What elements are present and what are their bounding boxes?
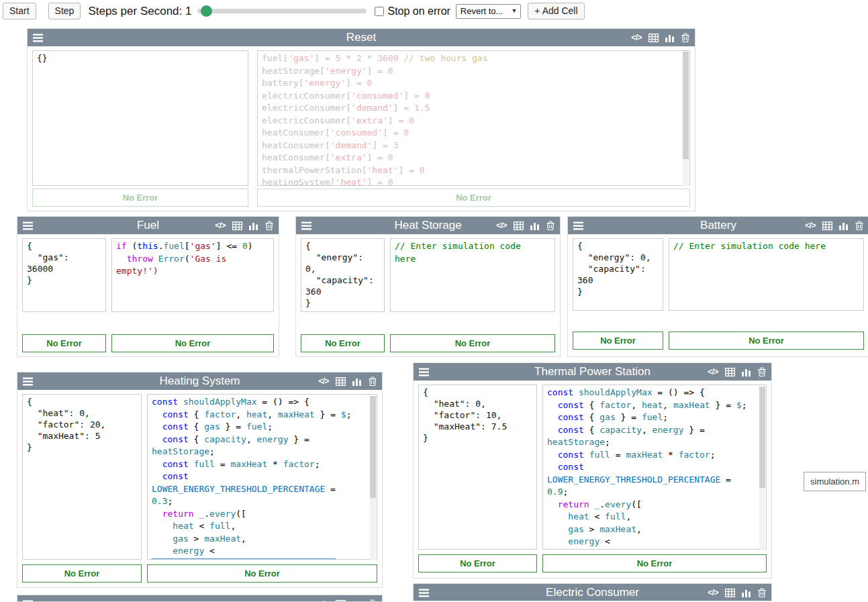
state-status: No Error: [22, 564, 142, 583]
slider-knob[interactable]: [201, 5, 212, 17]
code-view-icon[interactable]: </>: [496, 221, 507, 230]
stop-on-error-checkbox[interactable]: [375, 7, 384, 16]
state-editor[interactable]: {}: [32, 50, 248, 186]
trash-icon[interactable]: [758, 588, 766, 597]
cell-battery: Battery </> { "energy": 0, "capacity": 3…: [567, 216, 868, 357]
step-button[interactable]: Step: [48, 3, 81, 19]
code-editor[interactable]: fuel['gas'] = 5 * 2 * 3600 // two hours …: [257, 50, 690, 186]
revert-select-value: Revert to...: [461, 6, 503, 16]
code-view-icon[interactable]: </>: [708, 588, 718, 597]
stop-on-error-option[interactable]: Stop on error: [375, 5, 450, 17]
menu-icon[interactable]: [23, 600, 33, 602]
steps-per-second-value: 1: [185, 5, 191, 17]
cell-partial-bottom: </>: [17, 595, 383, 602]
menu-icon[interactable]: [33, 34, 43, 42]
chart-view-icon[interactable]: [742, 589, 751, 597]
state-status: No Error: [418, 554, 537, 572]
state-editor[interactable]: { "energy": 0, "capacity": 360 }: [573, 238, 663, 311]
code-status: No Error: [390, 334, 555, 352]
chart-view-icon[interactable]: [530, 221, 540, 230]
scrollbar-thumb[interactable]: [759, 387, 765, 488]
cell-heat-storage: Heat Storage </> { "energy": 0, "capacit…: [295, 216, 561, 357]
chart-view-icon[interactable]: [352, 600, 362, 602]
table-view-icon[interactable]: [232, 221, 242, 230]
speed-slider[interactable]: [197, 5, 367, 17]
scrollbar[interactable]: [759, 387, 765, 550]
table-view-icon[interactable]: [336, 600, 346, 602]
code-status: No Error: [111, 334, 274, 352]
code-editor[interactable]: // Enter simulation codehere: [390, 238, 555, 312]
menu-icon[interactable]: [23, 221, 33, 230]
state-status: No Error: [22, 334, 106, 352]
code-view-icon[interactable]: </>: [215, 221, 226, 230]
menu-icon[interactable]: [23, 377, 33, 386]
chart-view-icon[interactable]: [665, 34, 675, 42]
menu-icon[interactable]: [419, 368, 429, 377]
app-root: Start Step Steps per Second: 1 Stop on e…: [0, 0, 868, 602]
code-view-icon[interactable]: </>: [631, 33, 642, 42]
cell-header: Thermal Power Station </>: [414, 363, 771, 381]
code-status: No Error: [669, 332, 864, 350]
trash-icon[interactable]: [369, 599, 377, 602]
toolbar: Start Step Steps per Second: 1 Stop on e…: [0, 0, 868, 22]
trash-icon[interactable]: [546, 221, 554, 230]
cell-thermal-power-station: Thermal Power Station </> { "heat": 0, "…: [413, 362, 772, 579]
state-editor[interactable]: { "gas": 36000 }: [22, 238, 106, 312]
scrollbar-thumb[interactable]: [683, 52, 689, 159]
code-status: No Error: [542, 554, 767, 572]
scrollbar[interactable]: [370, 396, 376, 560]
cell-heating-system: Heating System </> { "heat": 0, "factor"…: [17, 372, 383, 588]
code-view-icon[interactable]: </>: [318, 599, 329, 602]
cell-header-actions: </>: [318, 377, 377, 386]
trash-icon[interactable]: [758, 367, 766, 377]
trash-icon[interactable]: [369, 377, 377, 386]
cell-header: </>: [17, 595, 382, 602]
cell-header: Electric Consumer </>: [414, 584, 771, 601]
menu-icon[interactable]: [573, 221, 583, 230]
scrollbar[interactable]: [683, 52, 689, 186]
state-status: No Error: [32, 189, 248, 207]
cell-header-actions: </>: [805, 221, 863, 230]
add-cell-button[interactable]: + Add Cell: [528, 3, 584, 19]
trash-icon[interactable]: [681, 33, 689, 42]
state-status: No Error: [301, 334, 385, 352]
chart-view-icon[interactable]: [742, 368, 751, 377]
menu-icon[interactable]: [301, 221, 311, 230]
table-view-icon[interactable]: [725, 589, 735, 597]
chart-view-icon[interactable]: [839, 221, 849, 230]
cell-header-actions: </>: [496, 221, 554, 230]
state-editor[interactable]: { "heat": 0, "factor": 10, "maxHeat": 7.…: [418, 385, 537, 550]
menu-icon[interactable]: [419, 589, 429, 597]
code-editor[interactable]: // Enter simulation code here: [669, 238, 864, 311]
trash-icon[interactable]: [265, 221, 273, 230]
stop-on-error-label: Stop on error: [387, 5, 450, 17]
table-view-icon[interactable]: [822, 221, 832, 230]
table-view-icon[interactable]: [514, 221, 524, 230]
cell-header: Heating System </>: [17, 372, 382, 390]
state-editor[interactable]: { "heat": 0, "factor": 20, "maxHeat": 5 …: [22, 394, 142, 560]
slider-track[interactable]: [197, 9, 367, 13]
chart-view-icon[interactable]: [352, 377, 362, 386]
code-view-icon[interactable]: </>: [805, 221, 816, 230]
code-editor[interactable]: const shouldApplyMax = () => { const { f…: [147, 394, 377, 560]
state-editor[interactable]: { "energy": 0, "capacity": 360 }: [301, 238, 385, 312]
chart-view-icon[interactable]: [249, 221, 258, 230]
table-view-icon[interactable]: [725, 368, 735, 377]
code-view-icon[interactable]: </>: [708, 367, 718, 377]
table-view-icon[interactable]: [336, 377, 346, 386]
cell-header-actions: </>: [708, 367, 766, 377]
start-button[interactable]: Start: [3, 3, 36, 19]
table-view-icon[interactable]: [648, 34, 659, 42]
revert-select[interactable]: Revert to... ▼: [456, 4, 522, 19]
code-editor[interactable]: const shouldApplyMax = () => { const { f…: [542, 385, 767, 550]
trash-icon[interactable]: [855, 221, 863, 230]
cell-header: Fuel </>: [17, 217, 279, 234]
cell-reset: Reset </> {} fuel['gas'] = 5 * 2 * 3600 …: [27, 28, 695, 211]
cell-header: Reset </>: [28, 29, 695, 46]
code-view-icon[interactable]: </>: [318, 377, 329, 386]
code-editor[interactable]: if (this.fuel['gas'] <= 0) throw Error('…: [111, 238, 274, 312]
cell-fuel: Fuel </> { "gas": 36000 } if (this.fuel[…: [17, 216, 279, 357]
scrollbar-thumb[interactable]: [370, 396, 376, 498]
chevron-down-icon: ▼: [511, 7, 517, 14]
cell-title: Reset: [28, 29, 695, 46]
